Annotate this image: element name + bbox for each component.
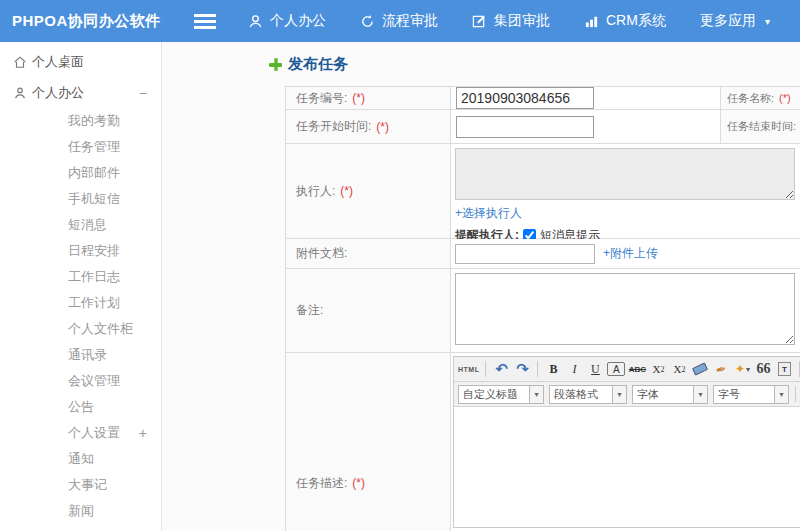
editor-toolbar-row2: 自定义标题▾段落格式▾字体▾字号▾ [454, 382, 800, 407]
hamburger-menu-icon[interactable] [194, 14, 216, 29]
nav-item-label: 个人办公 [270, 12, 326, 30]
description-row: 任务描述: (*) HTML ↶ ↷ B I U A ABC [286, 353, 800, 531]
sidebar-item-label: 我的考勤 [68, 112, 120, 130]
nav-item-label: 更多应用 [700, 12, 756, 30]
remark-row: 备注: [286, 269, 800, 353]
nav-item-个人办公[interactable]: 个人办公 [248, 12, 326, 30]
nav-item-CRM系统[interactable]: CRM系统 [584, 12, 666, 30]
undo-icon[interactable]: ↶ [492, 360, 510, 378]
sidebar-item-label: 手机短信 [68, 190, 120, 208]
nav-item-label: 集团审批 [494, 12, 550, 30]
description-label: 任务描述: (*) [286, 353, 451, 531]
chevron-down-icon[interactable]: ▾ [693, 386, 707, 403]
sidebar-item-工作日志[interactable]: 工作日志 [0, 264, 161, 290]
sidebar-item-会议管理[interactable]: 会议管理 [0, 368, 161, 394]
italic-icon[interactable]: I [565, 360, 583, 378]
expand-icon[interactable]: + [139, 425, 147, 441]
html-source-icon[interactable]: HTML [458, 360, 479, 378]
chevron-down-icon[interactable]: ▾ [774, 386, 788, 403]
sidebar-item-我的考勤[interactable]: 我的考勤 [0, 108, 161, 134]
editor-dropdown-2[interactable]: 段落格式▾ [549, 385, 627, 404]
editor-dropdown-label: 自定义标题 [459, 387, 529, 402]
sidebar-item-大事记[interactable]: 大事记 [0, 472, 161, 498]
redo-icon[interactable]: ↷ [513, 360, 531, 378]
sidebar-item-新闻[interactable]: 新闻 [0, 498, 161, 524]
chevron-down-icon[interactable]: ▾ [612, 386, 626, 403]
sidebar-item-label: 个人办公 [32, 84, 84, 102]
sidebar-item-label: 大事记 [68, 476, 107, 494]
task-number-cell [451, 87, 721, 109]
bar-chart-icon [584, 14, 599, 29]
home-icon [13, 55, 27, 69]
sidebar-item-label: 工作日志 [68, 268, 120, 286]
edit-square-icon [472, 14, 487, 29]
subscript-icon[interactable]: X2 [670, 360, 688, 378]
remark-textarea[interactable] [455, 273, 795, 345]
app-logo: PHPOA协同办公软件 [0, 12, 162, 31]
required-mark: (*) [376, 120, 389, 134]
sidebar-item-个人文件柜[interactable]: 个人文件柜 [0, 316, 161, 342]
nav-item-流程审批[interactable]: 流程审批 [360, 12, 438, 30]
blockquote-icon[interactable]: 66 [754, 360, 772, 378]
sidebar-item-任务管理[interactable]: 任务管理 [0, 134, 161, 160]
editor-dropdown-1[interactable]: 自定义标题▾ [458, 385, 544, 404]
executor-label: 执行人: (*) [286, 144, 451, 238]
add-task-plus-icon [269, 58, 282, 71]
sidebar-item-公告[interactable]: 公告 [0, 394, 161, 420]
user-icon [13, 86, 27, 100]
remark-label: 备注: [286, 269, 451, 352]
sidebar-item-通知[interactable]: 通知 [0, 446, 161, 472]
collapse-icon[interactable]: − [139, 85, 147, 101]
task-name-label: 任务名称: (*) [721, 87, 800, 109]
underline-icon[interactable]: U [586, 360, 604, 378]
sidebar-item-手机短信[interactable]: 手机短信 [0, 186, 161, 212]
sidebar-item-个人桌面[interactable]: 个人桌面 [0, 46, 161, 77]
start-time-label: 任务开始时间: (*) [286, 110, 451, 143]
magic-wand-icon[interactable]: ✦▾ [733, 360, 751, 378]
sidebar-item-个人设置[interactable]: 个人设置+ [0, 420, 161, 446]
boxed-a-icon[interactable]: A [607, 362, 625, 376]
attachment-upload-link[interactable]: +附件上传 [603, 245, 658, 262]
remark-cell [451, 269, 800, 352]
paste-from-word-icon[interactable]: T [775, 360, 793, 378]
editor-dropdown-4[interactable]: 字号▾ [713, 385, 789, 404]
editor-content-area[interactable] [454, 407, 800, 527]
sidebar-item-短消息[interactable]: 短消息 [0, 212, 161, 238]
task-number-label: 任务编号: (*) [286, 87, 451, 109]
sidebar-item-label: 任务管理 [68, 138, 120, 156]
sidebar-item-个人办公[interactable]: 个人办公− [0, 77, 161, 108]
main-content: 发布任务 任务编号: (*) 任务名称: (*) 任务开始时间: (*) [163, 42, 800, 531]
sidebar-item-label: 通知 [68, 450, 94, 468]
start-time-input[interactable] [456, 116, 594, 138]
nav-item-label: CRM系统 [606, 12, 666, 30]
sidebar-item-内部邮件[interactable]: 内部邮件 [0, 160, 161, 186]
choose-executor-link[interactable]: +选择执行人 [455, 206, 522, 220]
format-brush-icon[interactable]: ✒ [710, 358, 732, 380]
sidebar-item-label: 短消息 [68, 216, 107, 234]
nav-item-集团审批[interactable]: 集团审批 [472, 12, 550, 30]
sidebar-item-label: 日程安排 [68, 242, 120, 260]
sidebar-item-label: 个人桌面 [32, 53, 84, 71]
editor-dropdown-label: 字体 [633, 387, 693, 402]
task-number-input[interactable] [456, 87, 594, 109]
sidebar-item-通讯录[interactable]: 通讯录 [0, 342, 161, 368]
editor-dropdown-label: 段落格式 [550, 387, 612, 402]
sidebar-item-label: 个人文件柜 [68, 320, 133, 338]
start-time-cell [451, 110, 721, 143]
strike-icon[interactable]: ABC [628, 360, 646, 378]
top-nav: 个人办公流程审批集团审批CRM系统更多应用▾ [248, 12, 770, 30]
superscript-icon[interactable]: X2 [649, 360, 667, 378]
sidebar-item-label: 个人设置 [68, 424, 120, 442]
attachment-input[interactable] [455, 244, 595, 264]
nav-item-更多应用[interactable]: 更多应用▾ [700, 12, 770, 30]
executor-textarea[interactable] [455, 148, 795, 200]
sidebar-item-工作计划[interactable]: 工作计划 [0, 290, 161, 316]
sidebar-item-日程安排[interactable]: 日程安排 [0, 238, 161, 264]
chevron-down-icon[interactable]: ▾ [529, 386, 543, 403]
eraser-icon[interactable] [691, 360, 709, 378]
bold-icon[interactable]: B [544, 360, 562, 378]
toolbar-separator [485, 361, 486, 377]
attachment-cell: +附件上传 [451, 239, 658, 268]
page-title: 发布任务 [269, 55, 348, 74]
editor-dropdown-3[interactable]: 字体▾ [632, 385, 708, 404]
